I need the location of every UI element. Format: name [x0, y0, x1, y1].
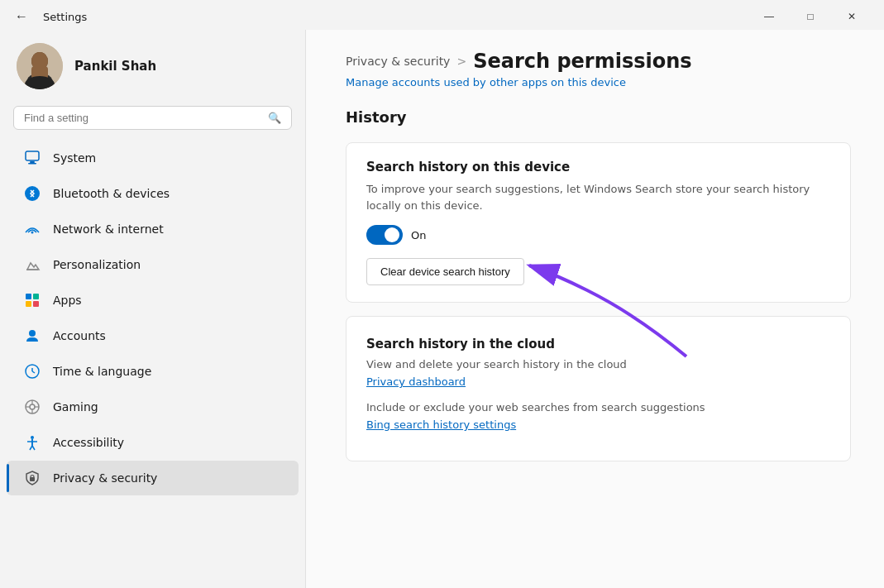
svg-rect-8: [28, 163, 36, 165]
search-box[interactable]: 🔍: [13, 106, 292, 130]
accessibility-icon: [23, 433, 41, 452]
network-icon: [23, 220, 41, 238]
sidebar-item-bluetooth[interactable]: Bluetooth & devices: [7, 176, 299, 211]
apps-icon: [23, 291, 41, 309]
search-history-heading: Search history on this device: [366, 160, 830, 174]
cloud-desc: View and delete your search history in t…: [366, 358, 830, 370]
sidebar-nav: System Bluetooth & devices Network & int…: [0, 140, 305, 496]
sidebar-item-label-personalization: Personalization: [53, 258, 141, 271]
sidebar-item-apps[interactable]: Apps: [7, 283, 299, 318]
svg-point-32: [31, 476, 34, 479]
app-title: Settings: [43, 11, 87, 23]
gaming-icon: [23, 398, 41, 416]
sidebar-item-label-accessibility: Accessibility: [53, 436, 124, 449]
sidebar-item-label-time: Time & language: [53, 365, 151, 378]
cloud-heading: Search history in the cloud: [366, 337, 830, 351]
privacy-icon: [23, 469, 41, 487]
search-icon: 🔍: [268, 112, 281, 124]
time-icon: [23, 362, 41, 380]
sidebar-item-label-apps: Apps: [53, 294, 82, 307]
svg-rect-12: [26, 294, 31, 299]
svg-point-26: [31, 436, 34, 439]
sidebar-item-personalization[interactable]: Personalization: [7, 247, 299, 282]
svg-rect-13: [33, 294, 39, 299]
bluetooth-icon: [23, 184, 41, 203]
accounts-icon: [23, 327, 41, 345]
avatar: [17, 43, 63, 89]
svg-point-21: [30, 404, 35, 409]
system-icon: [23, 149, 41, 167]
sidebar-item-accessibility[interactable]: Accessibility: [7, 425, 299, 460]
toggle-knob: [385, 227, 399, 242]
clear-history-button[interactable]: Clear device search history: [366, 258, 524, 285]
svg-rect-15: [33, 301, 39, 307]
app-body: Pankil Shah 🔍 System Bluetooth & devices: [0, 30, 884, 588]
section-title: History: [346, 108, 851, 126]
svg-rect-7: [30, 161, 35, 163]
sidebar-item-accounts[interactable]: Accounts: [7, 318, 299, 353]
sidebar-item-label-system: System: [53, 151, 96, 165]
sidebar-item-privacy[interactable]: Privacy & security: [7, 461, 299, 495]
svg-line-30: [32, 446, 35, 450]
sidebar-item-network[interactable]: Network & internet: [7, 212, 299, 246]
close-button[interactable]: ✕: [833, 5, 871, 28]
sidebar-item-system[interactable]: System: [7, 141, 299, 175]
svg-point-10: [31, 232, 34, 234]
sidebar-item-gaming[interactable]: Gaming: [7, 390, 299, 424]
breadcrumb: Privacy & security > Search permissions: [346, 50, 851, 73]
maximize-button[interactable]: □: [791, 5, 829, 28]
sidebar-item-label-accounts: Accounts: [53, 329, 106, 342]
titlebar-controls: — □ ✕: [750, 5, 871, 28]
sidebar-item-label-network: Network & internet: [53, 222, 164, 236]
include-label: Include or exclude your web searches fro…: [366, 401, 830, 414]
toggle-label: On: [411, 229, 426, 241]
search-history-desc: To improve your search suggestions, let …: [366, 181, 830, 213]
bing-settings-link[interactable]: Bing search history settings: [366, 418, 830, 431]
minimize-button[interactable]: —: [750, 5, 788, 28]
sidebar-item-time[interactable]: Time & language: [7, 354, 299, 389]
page-title: Search permissions: [473, 50, 691, 73]
personalization-icon: [23, 256, 41, 274]
back-button[interactable]: ←: [10, 7, 33, 26]
svg-line-19: [32, 371, 35, 373]
search-history-group: Search history on this device To improve…: [346, 142, 851, 303]
privacy-dashboard-link[interactable]: Privacy dashboard: [366, 375, 830, 388]
user-name: Pankil Shah: [74, 59, 156, 74]
svg-point-9: [25, 186, 40, 201]
sidebar-item-label-privacy: Privacy & security: [53, 471, 157, 485]
sidebar: Pankil Shah 🔍 System Bluetooth & devices: [0, 30, 306, 588]
search-input[interactable]: [24, 112, 261, 124]
sidebar-item-label-bluetooth: Bluetooth & devices: [53, 187, 170, 200]
breadcrumb-separator: >: [456, 55, 466, 68]
main-content: Privacy & security > Search permissions …: [306, 30, 884, 588]
svg-point-16: [29, 330, 36, 337]
sidebar-item-label-gaming: Gaming: [53, 400, 98, 414]
titlebar: ← Settings — □ ✕: [0, 0, 884, 30]
search-history-toggle[interactable]: [366, 225, 403, 245]
cloud-history-group: Search history in the cloud View and del…: [346, 316, 851, 461]
svg-rect-14: [26, 301, 31, 307]
svg-rect-6: [26, 151, 39, 160]
breadcrumb-parent: Privacy & security: [346, 55, 450, 68]
user-profile: Pankil Shah: [0, 30, 305, 106]
svg-line-29: [30, 446, 32, 450]
subtitle-link[interactable]: Manage accounts used by other apps on th…: [346, 76, 851, 88]
titlebar-left: ← Settings: [10, 7, 87, 26]
toggle-row: On: [366, 225, 830, 245]
